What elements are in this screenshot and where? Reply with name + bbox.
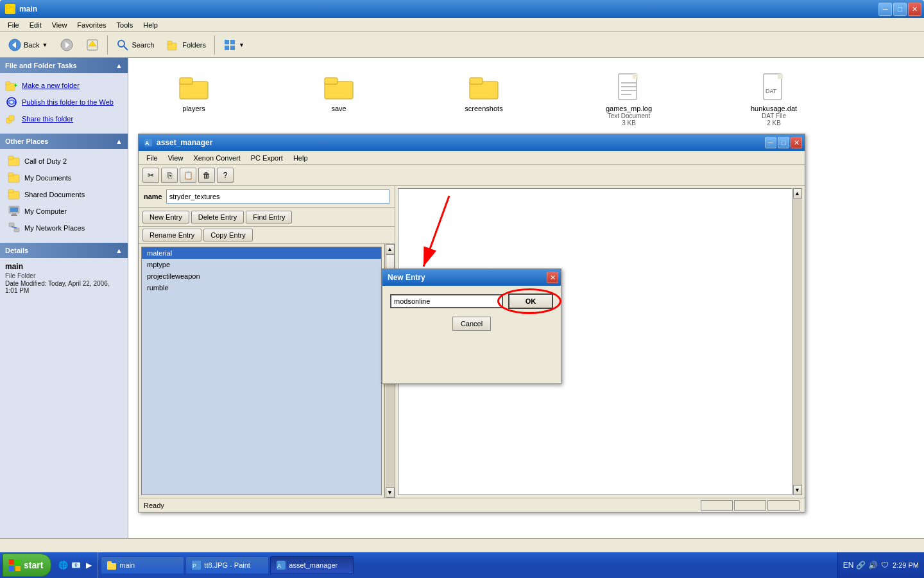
- taskbar-item-main[interactable]: main: [101, 556, 184, 574]
- forward-button[interactable]: [55, 35, 79, 55]
- search-label: Search: [132, 41, 154, 49]
- find-entry-button[interactable]: Find Entry: [246, 211, 292, 223]
- dialog-ok-button[interactable]: OK: [508, 293, 553, 309]
- file-item-save[interactable]: save: [281, 66, 397, 132]
- am-minimize-button[interactable]: ─: [765, 137, 776, 148]
- explorer-maximize-button[interactable]: □: [893, 3, 907, 16]
- menu-file[interactable]: File: [3, 20, 24, 30]
- am-button-row-1: New Entry Delete Entry Find Entry: [139, 208, 395, 227]
- am-menu-pc[interactable]: PC Export: [246, 153, 288, 163]
- list-item-projectileweapon[interactable]: projectileweapon: [142, 270, 381, 282]
- am-left-panel: name New Entry Delete Entry Find Entry R…: [139, 186, 395, 498]
- publish-folder-link[interactable]: Publish this folder to the Web: [5, 94, 123, 110]
- menu-view[interactable]: View: [47, 20, 73, 30]
- svg-point-8: [118, 40, 124, 47]
- list-item-material[interactable]: material: [142, 247, 381, 259]
- taskbar-item-asset-manager[interactable]: A asset_manager: [270, 556, 354, 574]
- tray-volume-icon[interactable]: 🔊: [868, 560, 878, 570]
- views-button[interactable]: ▼: [218, 35, 250, 55]
- svg-rect-34: [14, 228, 19, 232]
- am-right-scrollbar[interactable]: ▲ ▼: [792, 188, 802, 495]
- am-maximize-button[interactable]: □: [778, 137, 789, 148]
- tasks-header[interactable]: File and Folder Tasks ▲: [0, 58, 128, 73]
- file-item-screenshots[interactable]: screenshots: [426, 66, 542, 132]
- taskbar-items: main P tt8.JPG - Paint A asset_manager: [98, 556, 837, 574]
- right-scroll-up[interactable]: ▲: [793, 188, 802, 198]
- up-button[interactable]: [80, 35, 105, 55]
- svg-rect-13: [230, 40, 235, 44]
- svg-text:A: A: [277, 563, 281, 569]
- file-item-hunkusage[interactable]: DAT hunkusage.dat DAT File 2 KB: [716, 66, 832, 132]
- ql-email-icon[interactable]: 📧: [71, 560, 81, 570]
- place-network[interactable]: My Network Places: [5, 220, 123, 236]
- place-my-computer[interactable]: My Computer: [5, 203, 123, 220]
- back-button[interactable]: Back ▼: [3, 35, 53, 55]
- views-dropdown-arrow[interactable]: ▼: [239, 42, 244, 48]
- views-icon: [223, 39, 236, 51]
- menu-tools[interactable]: Tools: [112, 20, 139, 30]
- back-dropdown-arrow[interactable]: ▼: [42, 42, 47, 48]
- scroll-up-button[interactable]: ▲: [386, 244, 395, 254]
- dialog-close-button[interactable]: ✕: [547, 272, 558, 283]
- am-delete-button[interactable]: 🗑: [198, 168, 215, 183]
- list-item-mptype[interactable]: mptype: [142, 259, 381, 270]
- new-entry-input[interactable]: [390, 294, 503, 308]
- explorer-icon: [5, 4, 15, 14]
- details-section: Details ▲ main File Folder Date Modified…: [0, 243, 128, 298]
- search-button[interactable]: Search: [110, 35, 160, 55]
- details-name: main: [5, 262, 123, 271]
- menu-favorites[interactable]: Favorites: [72, 20, 111, 30]
- explorer-title: main: [19, 4, 37, 13]
- menu-edit[interactable]: Edit: [24, 20, 47, 30]
- start-button[interactable]: start: [3, 554, 51, 577]
- places-header[interactable]: Other Places ▲: [0, 134, 128, 149]
- am-menu-help[interactable]: Help: [288, 153, 313, 163]
- taskbar-item-paint[interactable]: P tt8.JPG - Paint: [185, 556, 269, 574]
- place-call-of-duty[interactable]: Call of Duty 2: [5, 153, 123, 170]
- svg-rect-58: [15, 566, 21, 571]
- ql-media-icon[interactable]: ▶: [83, 560, 94, 570]
- tasks-collapse-icon: ▲: [116, 62, 123, 69]
- place-my-documents[interactable]: My Documents: [5, 170, 123, 186]
- folder-icon-screenshots: [468, 71, 499, 102]
- dialog-cancel-button[interactable]: Cancel: [452, 317, 491, 331]
- am-close-button[interactable]: ✕: [791, 137, 802, 148]
- copy-entry-button[interactable]: Copy Entry: [203, 229, 252, 241]
- list-item-rumble[interactable]: rumble: [142, 282, 381, 293]
- file-item-games-log[interactable]: games_mp.log Text Document 3 KB: [571, 66, 687, 132]
- place-shared-documents[interactable]: Shared Documents: [5, 186, 123, 203]
- share-folder-link[interactable]: Share this folder: [5, 110, 123, 127]
- right-scroll-down[interactable]: ▼: [793, 485, 802, 495]
- am-copy-button[interactable]: ⎘: [161, 168, 178, 183]
- scroll-down-button[interactable]: ▼: [386, 487, 395, 498]
- am-name-input[interactable]: [166, 189, 389, 204]
- tray-lang-icon: EN: [843, 560, 853, 570]
- explorer-minimize-button[interactable]: ─: [878, 3, 892, 16]
- am-button-row-2: Rename Entry Copy Entry: [139, 227, 395, 244]
- rename-entry-button[interactable]: Rename Entry: [142, 229, 201, 241]
- delete-entry-button[interactable]: Delete Entry: [191, 211, 244, 223]
- tasks-header-label: File and Folder Tasks: [5, 62, 77, 69]
- folders-label: Folders: [182, 41, 206, 49]
- new-entry-button[interactable]: New Entry: [142, 211, 189, 223]
- am-menu-view[interactable]: View: [163, 153, 189, 163]
- make-new-folder-link[interactable]: + Make a new folder: [5, 77, 123, 94]
- am-paste-button[interactable]: 📋: [180, 168, 196, 183]
- file-item-players[interactable]: players: [136, 66, 252, 132]
- details-header-label: Details: [5, 247, 28, 254]
- svg-rect-33: [9, 223, 14, 227]
- am-menu-xenon[interactable]: Xenon Convert: [188, 153, 245, 163]
- am-list[interactable]: material mptype projectileweapon rumble: [141, 247, 382, 495]
- am-help-button[interactable]: ?: [217, 168, 234, 183]
- svg-rect-24: [8, 156, 13, 159]
- right-scroll-track: [793, 198, 802, 485]
- tray-network-icon[interactable]: 🔗: [855, 560, 866, 570]
- explorer-close-button[interactable]: ✕: [908, 3, 921, 16]
- place-shared-icon: [8, 188, 21, 201]
- menu-help[interactable]: Help: [138, 20, 163, 30]
- details-header[interactable]: Details ▲: [0, 243, 128, 258]
- folders-button[interactable]: Folders: [161, 35, 212, 55]
- am-cut-button[interactable]: ✂: [142, 168, 159, 183]
- ql-browser-icon[interactable]: 🌐: [58, 560, 68, 570]
- am-menu-file[interactable]: File: [141, 153, 163, 163]
